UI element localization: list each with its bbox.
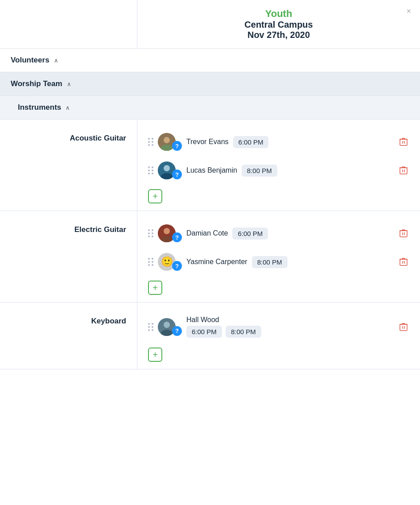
time-badge[interactable]: 8:00 PM <box>226 326 261 338</box>
delete-button[interactable] <box>396 136 411 148</box>
header: Youth Central Campus Nov 27th, 2020 × <box>0 0 420 49</box>
service-name: Youth <box>244 8 313 20</box>
worship-team-chevron-icon: ∧ <box>67 81 71 87</box>
trash-icon <box>399 257 408 266</box>
volunteers-chevron-icon: ∧ <box>54 57 58 64</box>
keyboard-row: Keyboard ? Hall Wood 6:00 PM <box>0 302 420 369</box>
drag-dot <box>152 138 153 140</box>
question-badge: ? <box>172 232 182 242</box>
volunteer-name: Damian Cote <box>186 229 228 237</box>
header-right-panel: Youth Central Campus Nov 27th, 2020 × <box>137 0 420 48</box>
acoustic-guitar-label-col: Acoustic Guitar <box>0 120 137 211</box>
drag-dot <box>148 326 150 328</box>
svg-point-1 <box>164 137 170 143</box>
list-item: ? Trevor Evans 6:00 PM <box>148 128 411 155</box>
acoustic-guitar-content: ? Trevor Evans 6:00 PM <box>137 120 420 211</box>
time-badge[interactable]: 6:00 PM <box>232 228 268 240</box>
time-badge[interactable]: 6:00 PM <box>233 136 269 148</box>
drag-dot <box>148 173 150 174</box>
instruments-section-header[interactable]: Instruments ∧ <box>0 96 420 120</box>
header-left-panel <box>0 0 137 48</box>
volunteers-section-header[interactable]: Volunteers ∧ <box>0 49 420 72</box>
electric-guitar-content: ? Damian Cote 6:00 PM <box>137 211 420 302</box>
drag-dot <box>152 258 153 260</box>
avatar-wrapper: ? <box>158 133 182 151</box>
drag-dot <box>148 138 150 140</box>
question-badge: ? <box>172 326 182 336</box>
svg-point-26 <box>164 322 170 328</box>
drag-dot <box>152 170 153 171</box>
drag-dot <box>152 264 153 266</box>
keyboard-content: ? Hall Wood 6:00 PM 8:00 PM + <box>137 302 420 369</box>
svg-rect-10 <box>400 168 407 174</box>
add-volunteer-button[interactable]: + <box>148 348 162 362</box>
drag-dot <box>152 236 153 237</box>
keyboard-label: Keyboard <box>91 317 126 326</box>
event-info: Youth Central Campus Nov 27th, 2020 <box>244 8 313 40</box>
trash-icon <box>399 166 408 175</box>
drag-dot <box>152 261 153 263</box>
drag-dot <box>148 258 150 260</box>
drag-dot <box>152 329 153 331</box>
drag-dot <box>152 229 153 231</box>
drag-dot <box>148 232 150 234</box>
trash-icon <box>399 323 408 331</box>
trash-icon <box>399 229 408 238</box>
worship-team-section-header[interactable]: Worship Team ∧ <box>0 72 420 96</box>
add-volunteer-button[interactable]: + <box>148 189 162 203</box>
volunteer-name: Yasmine Carpenter <box>186 258 247 266</box>
volunteer-times: 6:00 PM 8:00 PM <box>186 326 261 338</box>
drag-dot <box>152 232 153 234</box>
electric-guitar-label-col: Electric Guitar <box>0 211 137 302</box>
instruments-label: Instruments <box>18 103 61 112</box>
drag-dot <box>148 264 150 266</box>
drag-dot <box>152 166 153 168</box>
time-badge[interactable]: 8:00 PM <box>242 165 277 177</box>
add-volunteer-button[interactable]: + <box>148 281 162 295</box>
time-badge[interactable]: 8:00 PM <box>252 256 288 268</box>
avatar-wrapper: 🙂 ? <box>158 253 182 271</box>
drag-dot <box>148 141 150 143</box>
electric-guitar-label: Electric Guitar <box>74 225 126 234</box>
list-item: ? Lucas Benjamin 8:00 PM <box>148 157 411 184</box>
drag-handle[interactable] <box>148 138 153 146</box>
avatar-wrapper: ? <box>158 161 182 179</box>
avatar-wrapper: ? <box>158 318 182 336</box>
drag-dot <box>148 144 150 146</box>
list-item: ? Damian Cote 6:00 PM <box>148 220 411 247</box>
delete-button[interactable] <box>396 256 411 268</box>
campus-name: Central Campus <box>244 20 313 30</box>
drag-dot <box>152 144 153 146</box>
question-badge: ? <box>172 261 182 271</box>
delete-button[interactable] <box>396 227 411 240</box>
drag-dot <box>152 141 153 143</box>
drag-dot <box>152 326 153 328</box>
keyboard-label-col: Keyboard <box>0 302 137 369</box>
drag-dot <box>152 173 153 174</box>
trash-icon <box>399 137 408 146</box>
worship-team-label: Worship Team <box>11 79 62 88</box>
list-item: ? Hall Wood 6:00 PM 8:00 PM <box>148 311 411 342</box>
drag-dot <box>148 329 150 331</box>
drag-handle[interactable] <box>148 323 153 331</box>
avatar-wrapper: ? <box>158 224 182 242</box>
close-button[interactable]: × <box>406 7 411 15</box>
svg-rect-17 <box>400 231 407 237</box>
drag-dot <box>152 323 153 325</box>
time-badge[interactable]: 6:00 PM <box>186 326 222 338</box>
drag-handle[interactable] <box>148 229 153 237</box>
drag-dot <box>148 166 150 168</box>
volunteer-name: Lucas Benjamin <box>186 166 237 174</box>
delete-button[interactable] <box>396 164 411 177</box>
volunteers-label: Volunteers <box>11 56 49 65</box>
drag-handle[interactable] <box>148 166 153 174</box>
drag-handle[interactable] <box>148 258 153 266</box>
list-item: 🙂 ? Yasmine Carpenter 8:00 PM <box>148 248 411 275</box>
volunteer-name: Trevor Evans <box>186 138 229 146</box>
delete-button[interactable] <box>396 321 411 333</box>
svg-point-8 <box>164 165 170 171</box>
electric-guitar-row: Electric Guitar ? Damian Cote 6:00 PM <box>0 211 420 302</box>
question-badge: ? <box>172 170 182 179</box>
drag-dot <box>148 229 150 231</box>
question-badge: ? <box>172 141 182 151</box>
